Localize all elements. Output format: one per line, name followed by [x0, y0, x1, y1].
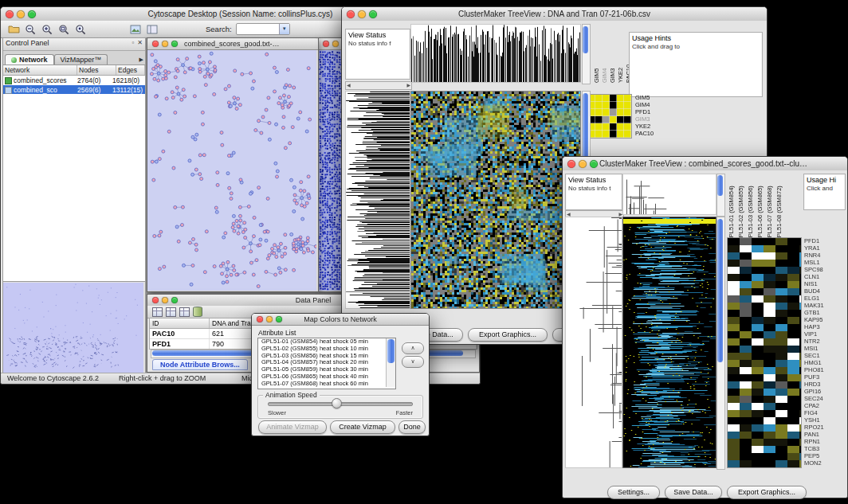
- control-panel-label: Control Panel: [6, 39, 49, 47]
- close-button[interactable]: [152, 41, 159, 47]
- network-view-titlebar[interactable]: combined_scores_good.txt--cluste...: [147, 38, 318, 50]
- network-tab-icon: [11, 57, 17, 63]
- minimize-button[interactable]: [17, 10, 25, 18]
- gene-label-list: PFD1YRA1RNR4MSL1SPC98CLN1NIS1BUD4ELG1MAK…: [804, 237, 844, 467]
- matrix-row-labels: GIM5GIM4PFD1GIM3YKE2PAC10: [635, 94, 654, 137]
- close-button[interactable]: [6, 10, 14, 18]
- treeview1-hscroll[interactable]: ◀ ▶: [345, 81, 412, 90]
- treeview1-title: ClusterMaker TreeView : DNA and Tran 07-…: [342, 7, 767, 21]
- delete-attribute-icon[interactable]: [179, 307, 190, 317]
- usage-hints-panel: Usage Hints Click and drag to: [629, 32, 763, 97]
- done-button[interactable]: Done: [398, 420, 426, 434]
- zoom-selected-icon[interactable]: [57, 23, 70, 36]
- database-icon[interactable]: [193, 307, 202, 317]
- zoom-button[interactable]: [369, 10, 377, 18]
- treeview1-titlebar[interactable]: ClusterMaker TreeView : DNA and Tran 07-…: [342, 7, 767, 21]
- export-graphics-button[interactable]: Export Graphics...: [468, 328, 548, 342]
- animate-vizmap-button[interactable]: Animate Vizmap: [258, 420, 327, 434]
- zoom-button[interactable]: [590, 160, 598, 168]
- close-button[interactable]: [323, 41, 329, 47]
- snapshot-icon[interactable]: [129, 23, 142, 36]
- close-button[interactable]: [152, 297, 159, 303]
- column-header-id[interactable]: ID: [150, 318, 210, 328]
- treeview1-column-labels: GIM5GIM4GIM3YKE2PAC10: [593, 35, 632, 83]
- heatmap-canvas[interactable]: [622, 217, 716, 468]
- window-controls: [6, 10, 36, 18]
- animation-speed-group: Animation Speed Slower Faster: [257, 395, 423, 419]
- faster-label: Faster: [396, 409, 413, 416]
- zoom-button[interactable]: [276, 316, 282, 322]
- correlation-matrix-canvas[interactable]: [587, 94, 632, 139]
- network-view-window: combined_scores_good.txt--cluste...: [147, 37, 319, 292]
- view-status-panel: View Status No status info t: [565, 174, 622, 210]
- control-panel-header: Control Panel ▫✕: [3, 38, 145, 51]
- scroll-right-icon[interactable]: ▶: [406, 82, 410, 89]
- save-data-button[interactable]: Save Data...: [665, 486, 722, 499]
- treeview2-body: View Status No status info t ◀ ▶ GPL51-0…: [563, 170, 847, 498]
- close-panel-icon[interactable]: ✕: [137, 39, 143, 46]
- usage-hints-title: Usage Hints: [630, 33, 762, 42]
- zoom-button[interactable]: [171, 41, 178, 47]
- create-attribute-icon[interactable]: [166, 307, 176, 317]
- close-button[interactable]: [257, 316, 263, 322]
- network-canvas[interactable]: [147, 50, 316, 291]
- dialog-titlebar[interactable]: Map Colors to Network: [252, 314, 429, 326]
- attribute-list-items[interactable]: GPL51-01 (GSM854) heat shock 05 minGPL51…: [258, 338, 389, 388]
- view-status-title: View Status: [566, 174, 622, 184]
- treeview1-top-vscrollbar[interactable]: [582, 24, 591, 84]
- column-dendrogram-canvas[interactable]: [622, 174, 716, 215]
- zoom-button[interactable]: [171, 297, 178, 303]
- heatmap-canvas[interactable]: [410, 91, 581, 309]
- attribute-list-label: Attribute List: [258, 329, 296, 337]
- row-dendrogram-canvas[interactable]: [345, 91, 410, 309]
- scroll-left-icon[interactable]: ◀: [347, 82, 351, 89]
- settings-button[interactable]: Settings...: [607, 486, 660, 499]
- close-button[interactable]: [347, 10, 355, 18]
- tab-vizmapper[interactable]: VizMapper™: [54, 54, 108, 64]
- usage-hints-panel: Usage Hi Click and: [803, 174, 846, 210]
- minimize-button[interactable]: [332, 41, 339, 47]
- attribute-listbox[interactable]: GPL51-01 (GSM854) heat shock 05 minGPL51…: [257, 338, 396, 389]
- zoom-heatmap-canvas[interactable]: [727, 237, 802, 468]
- create-vizmap-button[interactable]: Create Vizmap: [330, 420, 395, 434]
- tab-overflow-icon[interactable]: ▶: [139, 57, 143, 63]
- tab-network[interactable]: Network: [5, 54, 54, 64]
- minimize-button[interactable]: [162, 297, 168, 303]
- view-status-title: View Status: [346, 29, 410, 39]
- network-list-empty-area: [3, 94, 145, 282]
- select-attributes-icon[interactable]: [152, 307, 163, 317]
- search-dropdown-icon[interactable]: ▼: [279, 24, 289, 34]
- zoom-button[interactable]: [28, 10, 36, 18]
- export-graphics-button[interactable]: Export Graphics...: [727, 486, 807, 499]
- search-input[interactable]: ▼: [236, 23, 290, 35]
- treeview2-top-vscrollbar[interactable]: [716, 174, 725, 217]
- network-table-header[interactable]: Network Nodes Edges: [3, 65, 145, 76]
- column-dendrogram-canvas[interactable]: [410, 24, 581, 83]
- move-down-button[interactable]: ∨: [402, 356, 424, 368]
- minimize-button[interactable]: [162, 41, 168, 47]
- minimize-button[interactable]: [266, 316, 273, 322]
- node-attribute-browser-tab[interactable]: Node Attribute Brows...: [152, 359, 248, 370]
- treeview2-titlebar[interactable]: ClusterMaker TreeView : combined_scores_…: [563, 157, 847, 171]
- slider-thumb[interactable]: [332, 398, 342, 408]
- row-dendrogram-canvas[interactable]: [565, 217, 622, 468]
- attribute-list-scrollbar[interactable]: [386, 338, 395, 387]
- open-folder-icon[interactable]: [7, 23, 20, 36]
- usage-hints-title: Usage Hi: [804, 174, 845, 184]
- overview-panel-icon[interactable]: [146, 23, 159, 36]
- network-overview-canvas[interactable]: [3, 283, 143, 373]
- close-button[interactable]: [567, 160, 575, 168]
- minimize-button[interactable]: [579, 160, 587, 168]
- float-panel-icon[interactable]: ▫: [132, 39, 134, 46]
- usage-hints-text: Click and drag to: [630, 42, 762, 51]
- status-welcome: Welcome to Cytoscape 2.6.2: [7, 374, 99, 382]
- zoom-in-icon[interactable]: [41, 23, 53, 36]
- zoom-out-icon[interactable]: [24, 23, 37, 36]
- treeview2-title: ClusterMaker TreeView : combined_scores_…: [563, 157, 847, 170]
- control-panel: Control Panel ▫✕ Network VizMapper™ ▶ Ne…: [2, 37, 146, 373]
- treeview2-vscrollbar[interactable]: [716, 217, 725, 470]
- move-up-button[interactable]: ∧: [402, 342, 424, 354]
- status-hint-zoom: Right-click + drag to ZOOM: [119, 374, 206, 382]
- minimize-button[interactable]: [358, 10, 366, 18]
- zoom-fit-icon[interactable]: [74, 23, 87, 36]
